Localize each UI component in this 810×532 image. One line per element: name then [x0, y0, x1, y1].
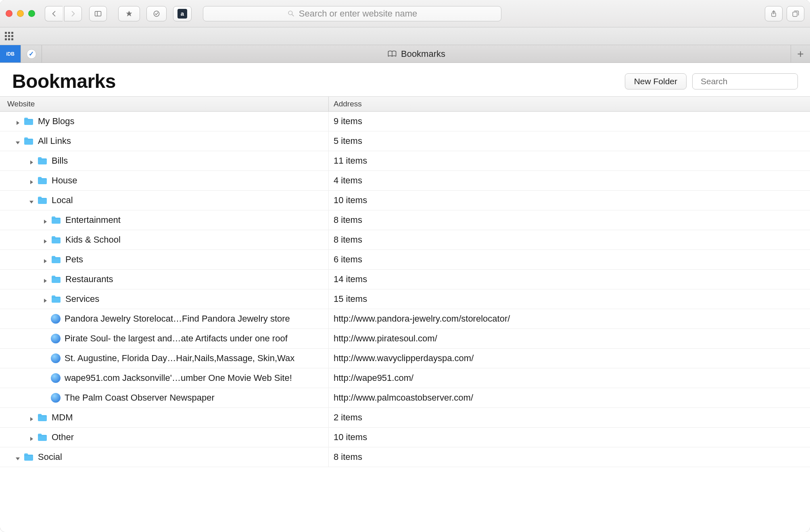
globe-icon	[51, 393, 61, 403]
folder-icon	[23, 453, 34, 461]
disclosure-right-icon[interactable]	[42, 256, 48, 263]
disclosure-right-icon[interactable]	[28, 177, 35, 184]
folder-name: All Links	[38, 136, 71, 146]
bookmarks-tree: My Blogs9 itemsAll Links5 itemsBills11 i…	[0, 112, 810, 467]
show-tabs-button[interactable]	[787, 6, 804, 21]
top-sites-button[interactable]	[118, 6, 140, 21]
share-button[interactable]	[765, 6, 783, 21]
disclosure-right-icon[interactable]	[28, 414, 35, 421]
amazon-extension-button[interactable]: a	[173, 6, 192, 21]
disclosure-right-icon[interactable]	[28, 158, 35, 164]
folder-row[interactable]: Restaurants14 items	[0, 270, 810, 289]
bookmark-title: wape951.com Jacksonville'…umber One Movi…	[65, 373, 292, 383]
globe-icon	[51, 334, 61, 343]
bookmark-url: http://wape951.com/	[329, 373, 810, 383]
disclosure-right-icon[interactable]	[42, 237, 48, 243]
folder-row[interactable]: Entertainment8 items	[0, 210, 810, 230]
item-count: 2 items	[329, 412, 810, 423]
item-count: 4 items	[329, 175, 810, 186]
disclosure-down-icon[interactable]	[28, 197, 35, 204]
folder-row[interactable]: All Links5 items	[0, 131, 810, 151]
disclosure-right-icon[interactable]	[42, 276, 48, 283]
globe-icon	[51, 353, 61, 363]
bookmark-title: Pirate Soul- the largest and…ate Artifac…	[65, 333, 288, 344]
pinned-tab-2[interactable]: ✓	[21, 45, 42, 62]
folder-icon	[51, 235, 61, 244]
svg-line-5	[292, 15, 294, 16]
disclosure-down-icon[interactable]	[15, 454, 21, 460]
bookmarks-search[interactable]	[692, 73, 798, 89]
folder-name: Entertainment	[65, 215, 121, 225]
show-favorites-grid-button[interactable]	[5, 32, 14, 41]
pinned-tab-idb[interactable]: iDB	[0, 45, 21, 62]
folder-row[interactable]: Services15 items	[0, 289, 810, 309]
bookmark-row[interactable]: Pirate Soul- the largest and…ate Artifac…	[0, 329, 810, 349]
folder-row[interactable]: Bills11 items	[0, 151, 810, 171]
disclosure-right-icon[interactable]	[42, 296, 48, 302]
folder-name: Bills	[52, 156, 68, 166]
folder-icon	[51, 255, 61, 264]
window-controls	[6, 10, 35, 17]
favorites-strip	[0, 27, 810, 45]
book-icon	[387, 50, 397, 58]
search-icon	[287, 10, 295, 17]
bookmark-row[interactable]: Pandora Jewelry Storelocat…Find Pandora …	[0, 309, 810, 329]
sidebar-toggle-button[interactable]	[89, 6, 107, 21]
svg-point-4	[288, 11, 292, 15]
folder-row[interactable]: House4 items	[0, 171, 810, 191]
page-header: Bookmarks New Folder	[0, 63, 810, 96]
item-count: 10 items	[329, 195, 810, 206]
folder-icon	[37, 433, 48, 442]
bookmark-row[interactable]: The Palm Coast Observer Newspaperhttp://…	[0, 388, 810, 408]
item-count: 6 items	[329, 254, 810, 265]
disclosure-right-icon[interactable]	[15, 118, 21, 125]
item-count: 8 items	[329, 452, 810, 462]
svg-marker-2	[126, 10, 132, 16]
tab-title: Bookmarks	[401, 49, 445, 59]
item-count: 8 items	[329, 235, 810, 245]
new-folder-button[interactable]: New Folder	[625, 73, 687, 89]
folder-name: Kids & School	[65, 235, 121, 245]
back-button[interactable]	[45, 6, 63, 21]
new-tab-button[interactable]: +	[791, 45, 810, 62]
window-titlebar: a Search or enter website name	[0, 0, 810, 27]
idb-favicon: iDB	[5, 49, 16, 59]
item-count: 15 items	[329, 294, 810, 304]
forward-button[interactable]	[64, 6, 82, 21]
folder-row[interactable]: Social8 items	[0, 447, 810, 467]
address-bar[interactable]: Search or enter website name	[203, 6, 501, 21]
folder-row[interactable]: MDM2 items	[0, 408, 810, 428]
folder-name: Other	[52, 432, 74, 443]
globe-icon	[51, 373, 61, 383]
folder-icon	[37, 196, 48, 205]
folder-icon	[37, 413, 48, 422]
folder-icon	[37, 176, 48, 185]
folder-icon	[23, 117, 34, 126]
disclosure-right-icon[interactable]	[28, 434, 35, 441]
item-count: 9 items	[329, 116, 810, 127]
item-count: 11 items	[329, 156, 810, 166]
minimize-window-button[interactable]	[17, 10, 24, 17]
bookmarks-search-input[interactable]	[701, 77, 806, 86]
disclosure-down-icon[interactable]	[15, 138, 21, 144]
checkmark-favicon: ✓	[27, 49, 36, 59]
folder-row[interactable]: My Blogs9 items	[0, 112, 810, 131]
close-window-button[interactable]	[6, 10, 13, 17]
bookmark-row[interactable]: St. Augustine, Florida Day…Hair,Nails,Ma…	[0, 349, 810, 368]
folder-icon	[23, 137, 34, 145]
active-tab[interactable]: Bookmarks	[42, 45, 791, 62]
zoom-window-button[interactable]	[28, 10, 35, 17]
disclosure-right-icon[interactable]	[42, 217, 48, 223]
folder-row[interactable]: Pets6 items	[0, 250, 810, 270]
column-header-address[interactable]: Address	[329, 97, 810, 111]
column-headers: Website Address	[0, 96, 810, 112]
column-header-website[interactable]: Website	[0, 97, 329, 111]
folder-row[interactable]: Local10 items	[0, 191, 810, 210]
svg-rect-7	[793, 12, 797, 16]
reload-button[interactable]	[146, 6, 167, 21]
bookmark-url: http://www.piratesoul.com/	[329, 333, 810, 344]
item-count: 14 items	[329, 274, 810, 285]
folder-row[interactable]: Other10 items	[0, 428, 810, 447]
bookmark-row[interactable]: wape951.com Jacksonville'…umber One Movi…	[0, 368, 810, 388]
folder-row[interactable]: Kids & School8 items	[0, 230, 810, 250]
